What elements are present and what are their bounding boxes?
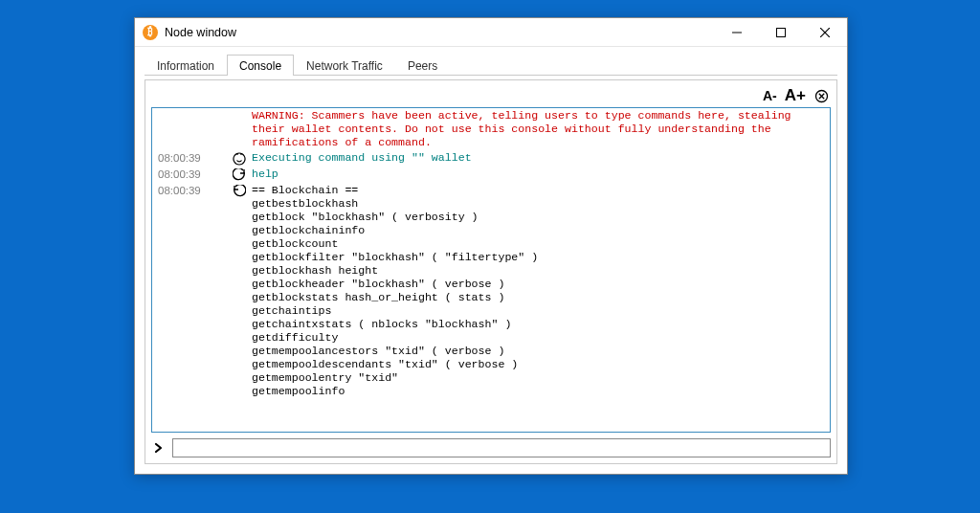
- console-tabpage: A- A+ WARNING: Scammers have been activ: [145, 79, 837, 464]
- console-scroll[interactable]: WARNING: Scammers have been active, tell…: [152, 108, 830, 432]
- console-warning-row: WARNING: Scammers have been active, tell…: [152, 108, 830, 150]
- console-text: help: [252, 167, 824, 182]
- info-icon: [227, 151, 252, 166]
- timestamp: 08:00:39: [158, 184, 227, 398]
- tab-console[interactable]: Console: [227, 55, 294, 76]
- console-input[interactable]: [172, 438, 831, 457]
- console-row: 08:00:39 help: [152, 167, 830, 183]
- font-increase-button[interactable]: A+: [783, 86, 808, 105]
- console-row: 08:00:39 Executing command using "" wall…: [152, 150, 830, 167]
- tab-information[interactable]: Information: [145, 55, 227, 76]
- timestamp: 08:00:39: [158, 151, 227, 166]
- console-toolbar: A- A+: [151, 84, 831, 107]
- row-icon-placeholder: [227, 109, 252, 149]
- tab-peers[interactable]: Peers: [395, 55, 450, 76]
- window-title: Node window: [165, 26, 715, 39]
- font-decrease-button[interactable]: A-: [761, 88, 779, 103]
- maximize-button[interactable]: [759, 18, 803, 46]
- prompt-icon: [151, 440, 167, 456]
- timestamp: [158, 109, 227, 149]
- window-content: Information Console Network Traffic Peer…: [135, 47, 847, 474]
- clear-console-button[interactable]: [813, 88, 829, 103]
- tab-network-traffic[interactable]: Network Traffic: [294, 55, 395, 76]
- minimize-icon: [732, 28, 742, 37]
- command-out-icon: [227, 184, 252, 398]
- clear-icon: [814, 89, 829, 103]
- console-row: 08:00:39 == Blockchain == getbestblockha…: [152, 183, 830, 399]
- timestamp: 08:00:39: [158, 167, 227, 182]
- console-text: == Blockchain == getbestblockhash getblo…: [252, 184, 824, 398]
- warning-text: WARNING: Scammers have been active, tell…: [252, 109, 824, 149]
- node-window: ₿ Node window Information Console Networ…: [134, 17, 848, 475]
- command-in-icon: [227, 167, 252, 182]
- close-icon: [820, 28, 830, 37]
- tab-bar: Information Console Network Traffic Peer…: [145, 53, 837, 76]
- svg-rect-1: [777, 28, 786, 36]
- window-controls: [715, 18, 847, 46]
- minimize-button[interactable]: [715, 18, 759, 46]
- maximize-icon: [776, 28, 786, 37]
- close-button[interactable]: [803, 18, 847, 46]
- console-input-row: [151, 438, 831, 457]
- console-output: WARNING: Scammers have been active, tell…: [151, 107, 831, 433]
- bitcoin-icon: ₿: [143, 25, 158, 40]
- titlebar: ₿ Node window: [135, 18, 847, 47]
- console-text: Executing command using "" wallet: [252, 151, 824, 166]
